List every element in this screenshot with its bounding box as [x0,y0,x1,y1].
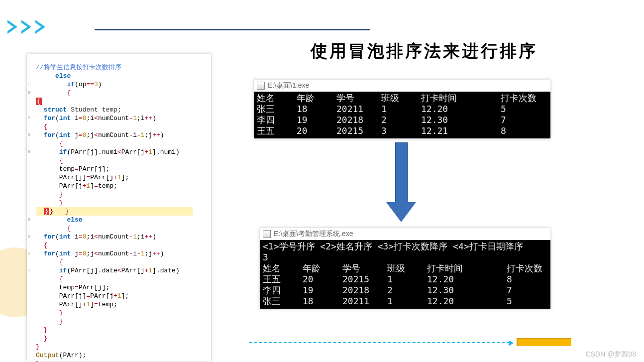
console-after: E:\桌面\考勤管理系统.exe <1>学号升序 <2>姓名升序 <3>打卡次数… [260,228,550,309]
bottom-divider [249,342,510,343]
decorative-bar [517,338,571,346]
sort-menu: <1>学号升序 <2>姓名升序 <3>打卡次数降序 <4>打卡日期降序 [263,241,547,252]
console-output: <1>学号升序 <2>姓名升序 <3>打卡次数降序 <4>打卡日期降序 3 姓名… [260,240,550,309]
app-icon [263,230,271,238]
console-before: E:\桌面\1.exe 姓名 年龄 学号 班级 打卡时间 打卡次数 张三 18 … [254,80,550,138]
user-choice: 3 [263,252,547,263]
table-row: 王五 20 20215 1 12.20 8 [263,274,547,285]
chevron-icon [7,20,17,34]
arrow-right-icon [509,340,514,346]
console-title-text: E:\桌面\1.exe [268,81,309,90]
table-row: 李四 19 20218 2 12.30 7 [257,115,547,125]
code-editor: ⊟ ⊟ ⊟ ⊟ ⊟ ⊟ ⊟ ⊟ ⊟ //将学生信息按打卡次数排序 else if… [27,54,211,362]
arrow-down-icon [386,142,416,222]
console-output: 姓名 年龄 学号 班级 打卡时间 打卡次数 张三 18 20211 1 12.2… [254,92,550,138]
app-icon [257,82,265,90]
console-title-bar: E:\桌面\考勤管理系统.exe [260,228,550,240]
chevron-icon [35,20,45,34]
slide-title: 使用冒泡排序法来进行排序 [264,40,584,63]
table-row: 张三 18 20211 1 12.20 5 [263,296,547,307]
watermark: CSDN @梦园08 [586,350,636,359]
table-row: 王五 20 20215 3 12.21 8 [257,125,547,136]
console-title-bar: E:\桌面\1.exe [254,80,550,92]
chevron-icon [21,20,31,34]
code-comment: //将学生信息按打卡次数排序 [36,64,121,71]
table-header: 姓名 年龄 学号 班级 打卡时间 打卡次数 [257,93,547,104]
chevron-icons [7,20,45,34]
code-gutter: ⊟ ⊟ ⊟ ⊟ ⊟ ⊟ ⊟ ⊟ ⊟ [27,54,34,362]
table-header: 姓名 年龄 学号 班级 打卡时间 打卡次数 [263,263,547,274]
console-title-text: E:\桌面\考勤管理系统.exe [274,230,353,239]
table-row: 张三 18 20211 1 12.20 5 [257,104,547,115]
table-row: 李四 19 20218 2 12.30 7 [263,285,547,296]
top-divider [95,29,370,30]
code-content: //将学生信息按打卡次数排序 else if(op==3) { { struct… [35,54,211,362]
